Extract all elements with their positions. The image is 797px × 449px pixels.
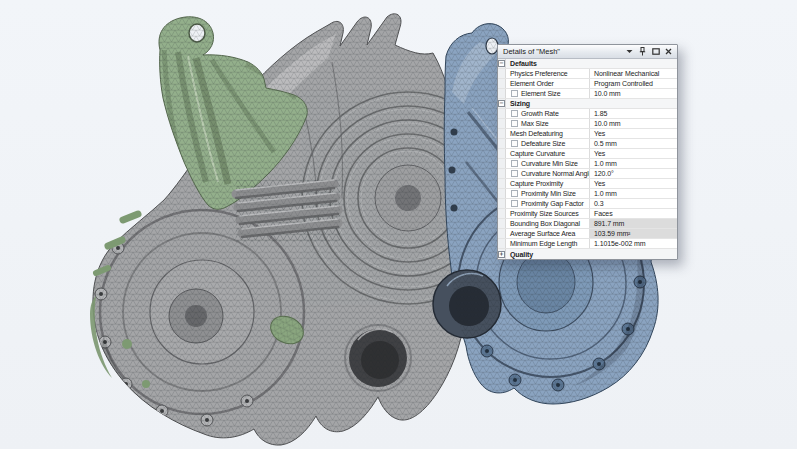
checkbox[interactable]	[511, 200, 518, 207]
property-row: Proximity Gap Factor0.3	[498, 199, 677, 209]
row-gutter	[498, 229, 506, 238]
property-row: Element Size10.0 mm	[498, 89, 677, 99]
property-value[interactable]: Yes	[590, 129, 677, 138]
row-gutter	[498, 149, 506, 158]
section-label: Sizing	[506, 99, 677, 108]
section-row[interactable]: −Sizing	[498, 99, 677, 109]
expand-plus-icon[interactable]: +	[498, 251, 505, 258]
checkbox[interactable]	[511, 160, 518, 167]
checkbox[interactable]	[511, 110, 518, 117]
property-value[interactable]: 10.0 mm	[590, 89, 677, 98]
property-row: Defeature Size0.5 mm	[498, 139, 677, 149]
row-gutter	[498, 79, 506, 88]
dropdown-icon[interactable]	[625, 47, 634, 56]
row-gutter	[498, 189, 506, 198]
details-panel: Details of "Mesh" −Defau	[497, 44, 678, 260]
property-value[interactable]: 1.0 mm	[590, 189, 677, 198]
property-label: Element Order	[506, 79, 590, 88]
row-gutter	[498, 129, 506, 138]
row-gutter	[498, 169, 506, 178]
property-value[interactable]: Yes	[590, 179, 677, 188]
property-value[interactable]: 1.0 mm	[590, 159, 677, 168]
property-label: Proximity Size Sources	[506, 209, 590, 218]
section-row[interactable]: −Defaults	[498, 59, 677, 69]
row-gutter	[498, 109, 506, 118]
property-row: Max Size10.0 mm	[498, 119, 677, 129]
collapse-toggle[interactable]: −	[498, 59, 506, 68]
property-label: Physics Preference	[506, 69, 590, 78]
row-gutter	[498, 89, 506, 98]
property-row: Element OrderProgram Controlled	[498, 79, 677, 89]
property-label: Proximity Min Size	[506, 189, 590, 198]
property-row: Bounding Box Diagonal891.7 mm	[498, 219, 677, 229]
property-value: 103.59 mm²	[590, 229, 677, 238]
property-row: Mesh DefeaturingYes	[498, 129, 677, 139]
property-value[interactable]: Yes	[590, 149, 677, 158]
collapse-minus-icon[interactable]: −	[498, 60, 505, 67]
property-label: Curvature Normal Angle	[506, 169, 590, 178]
property-value[interactable]: Faces	[590, 209, 677, 218]
close-icon[interactable]	[664, 47, 673, 56]
property-label: Bounding Box Diagonal	[506, 219, 590, 228]
collapse-minus-icon[interactable]: −	[498, 100, 505, 107]
collapse-toggle[interactable]: −	[498, 99, 506, 108]
checkbox[interactable]	[511, 90, 518, 97]
row-gutter	[498, 139, 506, 148]
property-value[interactable]: 1.1015e-002 mm	[590, 239, 677, 248]
property-label: Minimum Edge Length	[506, 239, 590, 248]
row-gutter	[498, 239, 506, 248]
property-label: Average Surface Area	[506, 229, 590, 238]
property-row: Capture ProximityYes	[498, 179, 677, 189]
property-row: Average Surface Area103.59 mm²	[498, 229, 677, 239]
property-label: Curvature Min Size	[506, 159, 590, 168]
row-gutter	[498, 219, 506, 228]
property-row: Minimum Edge Length1.1015e-002 mm	[498, 239, 677, 249]
property-row: Proximity Min Size1.0 mm	[498, 189, 677, 199]
property-label: Capture Curvature	[506, 149, 590, 158]
row-gutter	[498, 119, 506, 128]
row-gutter	[498, 179, 506, 188]
row-gutter	[498, 209, 506, 218]
property-row: Proximity Size SourcesFaces	[498, 209, 677, 219]
details-table: −DefaultsPhysics PreferenceNonlinear Mec…	[498, 59, 677, 259]
property-row: Curvature Min Size1.0 mm	[498, 159, 677, 169]
property-row: Curvature Normal Angle120.0°	[498, 169, 677, 179]
property-value[interactable]: 0.5 mm	[590, 139, 677, 148]
property-label: Growth Rate	[506, 109, 590, 118]
maximize-icon[interactable]	[651, 47, 660, 56]
panel-title: Details of "Mesh"	[503, 47, 625, 56]
property-row: Capture CurvatureYes	[498, 149, 677, 159]
property-value[interactable]: Nonlinear Mechanical	[590, 69, 677, 78]
application-window: Details of "Mesh" −Defau	[0, 0, 797, 449]
checkbox[interactable]	[511, 170, 518, 177]
property-value: 891.7 mm	[590, 219, 677, 228]
property-label: Max Size	[506, 119, 590, 128]
row-gutter	[498, 69, 506, 78]
panel-titlebar-icons	[625, 47, 673, 56]
pin-icon[interactable]	[638, 47, 647, 56]
property-value[interactable]: Program Controlled	[590, 79, 677, 88]
property-value[interactable]: 10.0 mm	[590, 119, 677, 128]
row-gutter	[498, 199, 506, 208]
checkbox[interactable]	[511, 120, 518, 127]
property-row: Growth Rate1.85	[498, 109, 677, 119]
property-row: Physics PreferenceNonlinear Mechanical	[498, 69, 677, 79]
collapse-toggle[interactable]: +	[498, 249, 506, 259]
checkbox[interactable]	[511, 190, 518, 197]
property-value[interactable]: 0.3	[590, 199, 677, 208]
row-gutter	[498, 159, 506, 168]
section-row[interactable]: +Quality	[498, 249, 677, 259]
details-panel-titlebar[interactable]: Details of "Mesh"	[498, 45, 677, 59]
property-label: Mesh Defeaturing	[506, 129, 590, 138]
property-label: Defeature Size	[506, 139, 590, 148]
section-label: Quality	[506, 249, 677, 259]
gray-rib-bars	[236, 180, 340, 242]
property-value[interactable]: 120.0°	[590, 169, 677, 178]
property-label: Capture Proximity	[506, 179, 590, 188]
property-label: Element Size	[506, 89, 590, 98]
section-label: Defaults	[506, 59, 677, 68]
property-label: Proximity Gap Factor	[506, 199, 590, 208]
checkbox[interactable]	[511, 140, 518, 147]
property-value[interactable]: 1.85	[590, 109, 677, 118]
